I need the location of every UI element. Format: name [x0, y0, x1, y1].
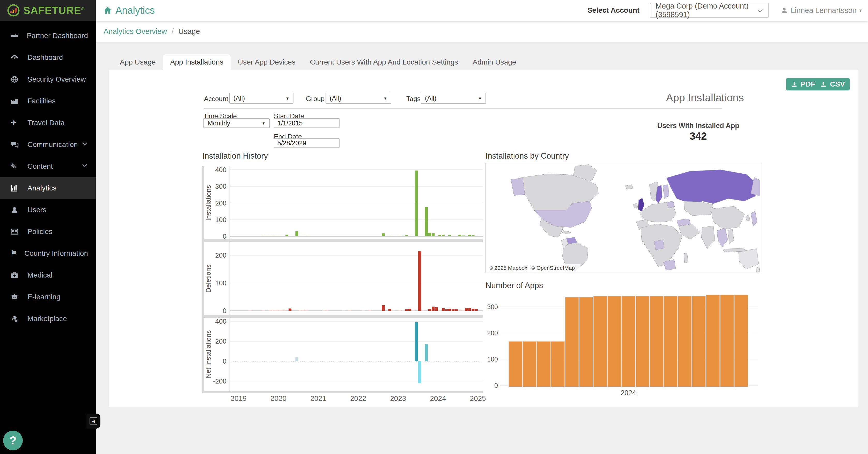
subplot-divider [202, 239, 483, 242]
x-axis-year-labels: 2019202020212022202320242025 [202, 393, 483, 403]
sidebar-item-security-overview[interactable]: Security Overview [0, 68, 96, 90]
breadcrumb: Analytics Overview / Usage [96, 21, 868, 42]
sidebar-item-facilities[interactable]: Facilities [0, 90, 96, 112]
user-menu[interactable]: Linnea Lennartsson ▾ [781, 6, 862, 15]
country-new-zealand [756, 267, 760, 272]
topbar: Analytics Select Account Mega Corp (Demo… [96, 0, 868, 21]
select-arrow-icon: ▼ [383, 96, 387, 101]
osm-attribution: © OpenStreetMap [531, 265, 575, 271]
breadcrumb-link-analytics-overview[interactable]: Analytics Overview [103, 27, 167, 36]
sidebar-item-label: Security Overview [27, 75, 86, 83]
tab-admin-usage[interactable]: Admin Usage [465, 54, 523, 70]
mapbox-attribution: © 2025 Mapbox [489, 265, 527, 271]
country-nigeria [654, 240, 664, 250]
sidebar-item-policies[interactable]: Policies [0, 221, 96, 243]
breadcrumb-current: Usage [178, 27, 200, 36]
download-icon [820, 81, 827, 88]
svg-text:-200: -200 [213, 377, 226, 385]
start-date-input[interactable]: 1/1/2015 [274, 118, 340, 128]
sidebar-collapse-button[interactable]: ◀ [87, 414, 100, 429]
tab-app-usage[interactable]: App Usage [113, 54, 163, 70]
brand-name: SAFETURE® [23, 5, 84, 16]
sidebar-item-users[interactable]: Users [0, 199, 96, 221]
collapse-left-icon: ◀ [92, 419, 95, 423]
group-filter-select[interactable]: (All)▼ [326, 93, 391, 104]
tab-bar: App UsageApp InstallationsUser App Devic… [113, 54, 523, 70]
installations-by-country-map[interactable]: © 2025 Mapbox© OpenStreetMap [486, 163, 760, 273]
svg-text:100: 100 [215, 216, 226, 224]
sidebar-item-partner-dashboard[interactable]: Partner Dashboard [0, 25, 96, 47]
section-divider [204, 108, 722, 109]
tags-filter-select[interactable]: (All)▼ [421, 93, 486, 104]
medical-icon [10, 271, 22, 280]
chevron-down-icon [81, 140, 88, 149]
sidebar-item-content[interactable]: ✎Content [0, 155, 96, 177]
account-selector[interactable]: Mega Corp (Demo Account) (3598591) [650, 3, 769, 18]
x-tick-label: 2024 [428, 394, 448, 403]
sidebar-item-label: Content [27, 162, 53, 171]
svg-text:200: 200 [215, 337, 226, 345]
svg-text:0: 0 [223, 357, 226, 365]
group-filter-label: Group [306, 95, 324, 103]
sidebar-item-travel-data[interactable]: ✈Travel Data [0, 112, 96, 134]
country-central-asia [684, 201, 713, 216]
svg-text:Net Installations: Net Installations [205, 331, 212, 378]
svg-text:300: 300 [487, 303, 498, 310]
help-button[interactable]: ? [3, 431, 23, 450]
sidebar: SAFETURE® Partner DashboardDashboardSecu… [0, 0, 96, 454]
country-india [702, 226, 715, 249]
svg-text:Installations: Installations [205, 185, 212, 221]
flag-icon: ⚑ [10, 249, 19, 258]
account-filter-label: Account [204, 95, 228, 103]
sidebar-item-e-learning[interactable]: E-learning [0, 286, 96, 308]
users-with-installed-app-metric: Users With Installed App 342 [647, 122, 750, 142]
sidebar-item-country-information[interactable]: ⚑Country Information [0, 243, 96, 264]
export-csv-button[interactable]: CSV [815, 78, 849, 90]
country-finland [663, 185, 669, 199]
export-pdf-button[interactable]: PDF [786, 78, 820, 90]
sidebar-item-marketplace[interactable]: Marketplace [0, 308, 96, 330]
installation-history-chart: 0100200300400Installations0100200Deletio… [202, 166, 483, 403]
tab-app-installations[interactable]: App Installations [163, 54, 230, 70]
x-tick-label: 2020 [268, 394, 289, 403]
home-icon [103, 6, 112, 15]
sidebar-item-label: Country Information [24, 249, 88, 258]
graduation-icon [10, 292, 22, 301]
globe-icon [10, 75, 22, 84]
tab-user-app-devices[interactable]: User App Devices [230, 54, 303, 70]
content-panel: PDF CSV Account (All)▼ Group (All)▼ Tags… [109, 70, 859, 407]
page-title: Analytics [103, 5, 155, 16]
tab-current-users-with-app-and-location-settings[interactable]: Current Users With App And Location Sett… [303, 54, 466, 70]
sidebar-item-label: Facilities [27, 97, 56, 105]
sidebar-item-communication[interactable]: Communication [0, 134, 96, 155]
svg-text:300: 300 [215, 182, 226, 190]
sidebar-item-dashboard[interactable]: Dashboard [0, 47, 96, 68]
sidebar-item-label: Partner Dashboard [27, 32, 88, 40]
sidebar-item-medical[interactable]: Medical [0, 264, 96, 286]
subplot-divider [202, 315, 483, 318]
brand-logo[interactable]: SAFETURE® [0, 0, 96, 21]
account-filter-select[interactable]: (All)▼ [229, 93, 293, 104]
time-scale-select[interactable]: Monthly▼ [204, 118, 270, 128]
sidebar-item-analytics[interactable]: Analytics [0, 177, 96, 199]
safeture-logo-icon [7, 4, 20, 17]
select-account-label: Select Account [587, 6, 640, 15]
sidebar-item-label: Medical [27, 271, 52, 279]
svg-text:0: 0 [223, 307, 226, 315]
chevron-down-icon [757, 6, 763, 15]
svg-text:100: 100 [487, 356, 498, 363]
country-iceland [625, 185, 633, 190]
user-name: Linnea Lennartsson [790, 6, 857, 15]
factory-icon [10, 97, 22, 106]
caret-down-icon: ▾ [859, 7, 862, 13]
country-cuba [562, 231, 571, 234]
svg-text:0: 0 [494, 382, 498, 389]
country-alaska [511, 178, 525, 196]
metric-label: Users With Installed App [647, 122, 750, 130]
breadcrumb-separator: / [172, 27, 174, 36]
x-tick-label: 2025 [468, 394, 488, 403]
svg-text:400: 400 [215, 318, 226, 325]
sidebar-item-label: Communication [27, 140, 78, 149]
x-tick-label: 2019 [228, 394, 249, 403]
end-date-input[interactable]: 5/28/2029 [274, 138, 340, 148]
